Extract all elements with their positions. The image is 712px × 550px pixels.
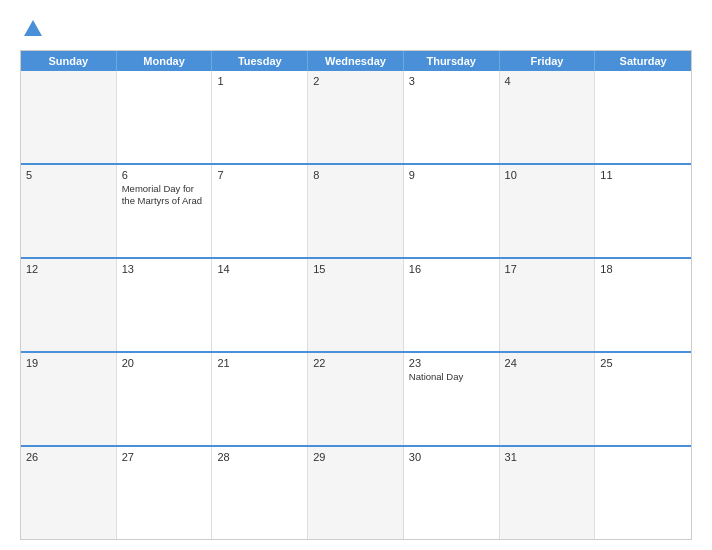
day-number: 26	[26, 451, 111, 463]
day-number: 24	[505, 357, 590, 369]
day-number: 18	[600, 263, 686, 275]
day-number: 15	[313, 263, 398, 275]
day-cell: 22	[308, 353, 404, 445]
week-row-0: 1234	[21, 71, 691, 163]
day-cell: 23National Day	[404, 353, 500, 445]
day-cell: 9	[404, 165, 500, 257]
day-number: 9	[409, 169, 494, 181]
day-number: 14	[217, 263, 302, 275]
day-cell: 29	[308, 447, 404, 539]
day-header-thursday: Thursday	[404, 51, 500, 71]
day-number: 30	[409, 451, 494, 463]
day-header-friday: Friday	[500, 51, 596, 71]
day-number: 17	[505, 263, 590, 275]
day-cell: 30	[404, 447, 500, 539]
day-number: 21	[217, 357, 302, 369]
day-cell: 15	[308, 259, 404, 351]
day-cell: 18	[595, 259, 691, 351]
day-number: 16	[409, 263, 494, 275]
day-cell: 11	[595, 165, 691, 257]
calendar: SundayMondayTuesdayWednesdayThursdayFrid…	[20, 50, 692, 540]
logo	[20, 18, 48, 40]
day-cell	[21, 71, 117, 163]
day-number: 1	[217, 75, 302, 87]
day-number: 25	[600, 357, 686, 369]
day-cell: 14	[212, 259, 308, 351]
day-cell: 5	[21, 165, 117, 257]
day-header-sunday: Sunday	[21, 51, 117, 71]
day-headers: SundayMondayTuesdayWednesdayThursdayFrid…	[21, 51, 691, 71]
day-header-monday: Monday	[117, 51, 213, 71]
day-number: 19	[26, 357, 111, 369]
week-row-3: 1920212223National Day2425	[21, 351, 691, 445]
day-cell: 26	[21, 447, 117, 539]
day-cell: 10	[500, 165, 596, 257]
day-cell: 27	[117, 447, 213, 539]
day-number: 20	[122, 357, 207, 369]
day-cell: 21	[212, 353, 308, 445]
day-number: 10	[505, 169, 590, 181]
weeks: 123456Memorial Day for the Martyrs of Ar…	[21, 71, 691, 539]
day-number: 29	[313, 451, 398, 463]
event-text: Memorial Day for the Martyrs of Arad	[122, 183, 207, 208]
day-number: 23	[409, 357, 494, 369]
day-cell: 13	[117, 259, 213, 351]
day-number: 6	[122, 169, 207, 181]
day-cell: 24	[500, 353, 596, 445]
day-number: 3	[409, 75, 494, 87]
week-row-4: 262728293031	[21, 445, 691, 539]
day-header-saturday: Saturday	[595, 51, 691, 71]
day-cell: 6Memorial Day for the Martyrs of Arad	[117, 165, 213, 257]
day-cell: 12	[21, 259, 117, 351]
day-number: 2	[313, 75, 398, 87]
day-cell: 8	[308, 165, 404, 257]
day-header-tuesday: Tuesday	[212, 51, 308, 71]
header	[20, 18, 692, 40]
day-cell	[595, 447, 691, 539]
day-cell: 25	[595, 353, 691, 445]
day-cell: 3	[404, 71, 500, 163]
day-header-wednesday: Wednesday	[308, 51, 404, 71]
day-number: 5	[26, 169, 111, 181]
event-text: National Day	[409, 371, 494, 383]
week-row-1: 56Memorial Day for the Martyrs of Arad78…	[21, 163, 691, 257]
day-cell: 17	[500, 259, 596, 351]
day-number: 22	[313, 357, 398, 369]
day-number: 11	[600, 169, 686, 181]
day-cell: 7	[212, 165, 308, 257]
day-number: 12	[26, 263, 111, 275]
day-number: 28	[217, 451, 302, 463]
day-cell: 20	[117, 353, 213, 445]
day-number: 7	[217, 169, 302, 181]
week-row-2: 12131415161718	[21, 257, 691, 351]
day-number: 13	[122, 263, 207, 275]
day-cell	[595, 71, 691, 163]
day-cell: 16	[404, 259, 500, 351]
day-number: 4	[505, 75, 590, 87]
day-number: 8	[313, 169, 398, 181]
day-cell: 4	[500, 71, 596, 163]
day-cell: 19	[21, 353, 117, 445]
day-cell: 2	[308, 71, 404, 163]
day-cell: 31	[500, 447, 596, 539]
day-cell: 1	[212, 71, 308, 163]
logo-icon	[22, 18, 44, 40]
day-number: 27	[122, 451, 207, 463]
day-number: 31	[505, 451, 590, 463]
day-cell	[117, 71, 213, 163]
svg-marker-0	[24, 20, 42, 36]
day-cell: 28	[212, 447, 308, 539]
page: SundayMondayTuesdayWednesdayThursdayFrid…	[0, 0, 712, 550]
